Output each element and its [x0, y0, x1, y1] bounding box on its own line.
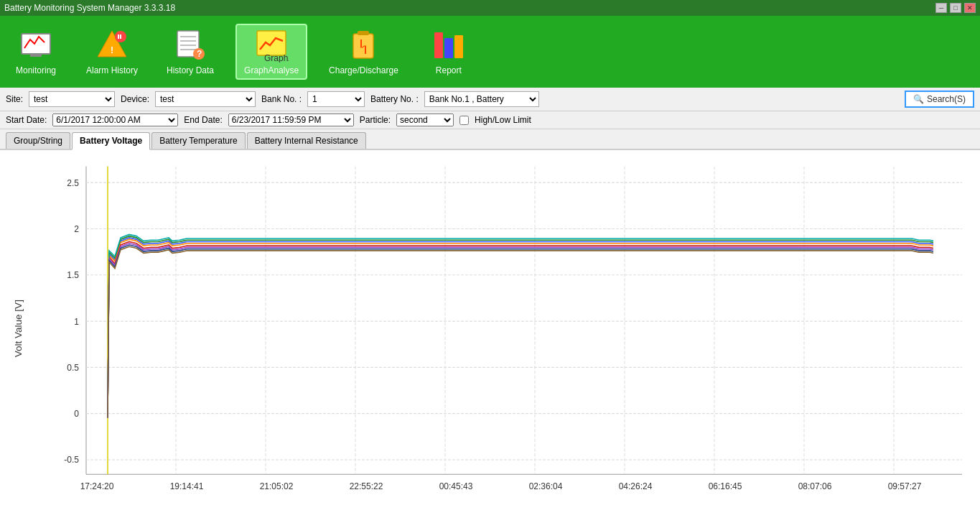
svg-text:08:07:06: 08:07:06 — [798, 480, 832, 491]
close-button[interactable]: ✕ — [964, 3, 976, 13]
svg-text:1.5: 1.5 — [67, 269, 79, 281]
toolbar: Monitoring ! Alarm History ? Histor — [0, 16, 980, 88]
svg-text:19:14:41: 19:14:41 — [170, 480, 204, 491]
charge-discharge-label: Charge/Discharge — [329, 65, 398, 75]
tab-group-string[interactable]: Group/String — [6, 132, 70, 149]
toolbar-report[interactable]: Report — [420, 25, 477, 78]
title-bar: Battery Monitoring System Manager 3.3.3.… — [0, 0, 980, 16]
minimize-button[interactable]: ─ — [935, 3, 947, 13]
tabs-bar: Group/String Battery Voltage Battery Tem… — [0, 129, 980, 150]
graph-analyse-label: GraphAnalyse — [244, 65, 299, 75]
device-select[interactable]: test — [155, 91, 256, 107]
toolbar-history-data[interactable]: ? History Data — [159, 25, 221, 78]
svg-text:22:55:22: 22:55:22 — [350, 480, 383, 491]
particle-label: Particle: — [360, 115, 391, 125]
high-low-limit-checkbox[interactable] — [459, 116, 469, 125]
chart-area: 2.5 2 1.5 1 0.5 0 -0.5 Volt Value [V] 17… — [0, 150, 980, 523]
svg-text:0.5: 0.5 — [67, 361, 79, 373]
tab-battery-voltage[interactable]: Battery Voltage — [72, 132, 150, 150]
maximize-button[interactable]: □ — [950, 3, 961, 13]
high-low-limit-label[interactable]: High/Low Limit — [475, 115, 531, 125]
site-label: Site: — [6, 94, 23, 104]
history-data-icon: ? — [173, 28, 207, 63]
charge-discharge-icon — [346, 28, 381, 63]
svg-text:21:05:02: 21:05:02 — [260, 480, 294, 491]
battery-no-select[interactable]: Bank No.1 , Battery — [424, 91, 539, 107]
window-controls: ─ □ ✕ — [935, 3, 976, 13]
svg-rect-15 — [358, 31, 369, 35]
app-title: Battery Monitoring System Manager 3.3.3.… — [4, 3, 175, 13]
chart-svg: 2.5 2 1.5 1 0.5 0 -0.5 Volt Value [V] 17… — [0, 150, 980, 523]
svg-rect-1 — [30, 54, 42, 57]
svg-text:2.5: 2.5 — [67, 177, 79, 188]
toolbar-monitoring[interactable]: Monitoring — [7, 25, 65, 78]
tab-battery-temperature[interactable]: Battery Temperature — [151, 132, 246, 149]
report-label: Report — [436, 65, 462, 75]
report-icon — [431, 28, 466, 63]
end-date-select[interactable]: 6/23/2017 11:59:59 PM — [228, 114, 354, 126]
svg-text:00:45:43: 00:45:43 — [439, 480, 473, 491]
svg-rect-14 — [353, 34, 373, 58]
svg-text:GraphAnalyse: GraphAnalyse — [264, 53, 289, 63]
svg-text:02:36:04: 02:36:04 — [529, 480, 563, 491]
main-area: Site: test Device: test Bank No. : 1 Bat… — [0, 88, 980, 523]
device-label: Device: — [121, 94, 149, 104]
svg-text:?: ? — [197, 49, 202, 59]
monitoring-icon — [19, 28, 53, 63]
svg-text:!: ! — [111, 45, 113, 55]
svg-text:0: 0 — [74, 407, 79, 419]
alarm-history-icon: ! — [95, 28, 129, 63]
toolbar-alarm-history[interactable]: ! Alarm History — [79, 25, 145, 78]
bank-no-select[interactable]: 1 — [307, 91, 365, 107]
site-select[interactable]: test — [29, 91, 115, 107]
toolbar-graph-analyse[interactable]: GraphAnalyse GraphAnalyse — [235, 24, 307, 80]
history-data-label: History Data — [167, 65, 214, 75]
svg-text:1: 1 — [74, 315, 79, 327]
svg-text:17:24:20: 17:24:20 — [80, 480, 114, 491]
particle-select[interactable]: second — [396, 114, 454, 126]
controls-row-2: Start Date: 6/1/2017 12:00:00 AM End Dat… — [0, 111, 980, 129]
svg-text:06:16:45: 06:16:45 — [709, 480, 742, 491]
svg-rect-18 — [444, 38, 453, 58]
svg-rect-17 — [434, 32, 443, 58]
svg-text:2: 2 — [74, 223, 79, 234]
alarm-history-label: Alarm History — [86, 65, 138, 75]
svg-rect-0 — [22, 34, 50, 54]
controls-row-1: Site: test Device: test Bank No. : 1 Bat… — [0, 88, 980, 111]
tab-battery-internal-resistance[interactable]: Battery Internal Resistance — [247, 132, 366, 149]
toolbar-charge-discharge[interactable]: Charge/Discharge — [322, 25, 406, 78]
bank-no-label: Bank No. : — [261, 94, 302, 104]
start-date-label: Start Date: — [6, 115, 47, 125]
search-icon: 🔍 — [913, 94, 924, 104]
svg-text:09:57:27: 09:57:27 — [888, 480, 922, 491]
svg-text:-0.5: -0.5 — [64, 454, 79, 466]
search-button[interactable]: 🔍 Search(S) — [905, 91, 974, 108]
monitoring-label: Monitoring — [16, 65, 56, 75]
svg-text:Volt Value [V]: Volt Value [V] — [14, 300, 24, 357]
start-date-select[interactable]: 6/1/2017 12:00:00 AM — [52, 114, 178, 126]
graph-analyse-icon: GraphAnalyse — [254, 28, 289, 63]
svg-rect-19 — [454, 35, 463, 58]
battery-no-label: Battery No. : — [370, 94, 419, 104]
svg-text:04:26:24: 04:26:24 — [619, 480, 653, 491]
search-label: Search(S) — [927, 94, 966, 104]
end-date-label: End Date: — [184, 115, 222, 125]
